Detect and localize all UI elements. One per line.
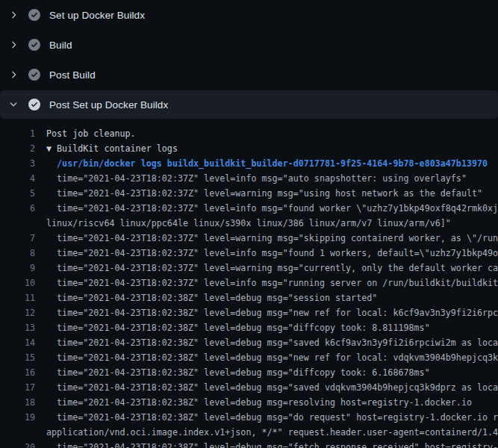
log-text: time="2021-04-23T18:02:37Z" level=warnin…	[46, 231, 498, 246]
log-text: time="2021-04-23T18:02:38Z" level=debug …	[46, 320, 430, 335]
log-text: time="2021-04-23T18:02:38Z" level=debug …	[46, 410, 498, 425]
log-line[interactable]: 18 time="2021-04-23T18:02:38Z" level=deb…	[0, 395, 498, 410]
step-row-post-build[interactable]: Post Build	[0, 60, 498, 90]
line-number[interactable]: 11	[0, 290, 35, 305]
check-circle-icon	[28, 69, 40, 81]
chevron-right-icon[interactable]	[7, 39, 19, 51]
log-line[interactable]: 13 time="2021-04-23T18:02:38Z" level=deb…	[0, 320, 498, 335]
step-label: Build	[49, 40, 72, 51]
log-text: time="2021-04-23T18:02:38Z" level=debug …	[46, 290, 377, 305]
line-number[interactable]: 9	[0, 261, 35, 276]
line-number[interactable]: 13	[0, 320, 35, 335]
log-line[interactable]: 15 time="2021-04-23T18:02:38Z" level=deb…	[0, 350, 498, 365]
log-line-continuation[interactable]: application/vnd.oci.image.index.v1+json,…	[0, 425, 498, 440]
check-circle-icon	[28, 99, 40, 111]
line-number[interactable]: 8	[0, 246, 35, 261]
line-number	[0, 216, 35, 231]
log-text: time="2021-04-23T18:02:37Z" level=warnin…	[46, 186, 482, 201]
log-line[interactable]: 3 /usr/bin/docker logs buildx_buildkit_b…	[0, 156, 498, 171]
chevron-right-icon[interactable]	[7, 9, 19, 21]
log-text: time="2021-04-23T18:02:37Z" level=info m…	[46, 276, 498, 290]
step-row-set-up-docker-buildx[interactable]: Set up Docker Buildx	[0, 0, 498, 30]
line-number[interactable]: 15	[0, 350, 35, 365]
log-line-continuation[interactable]: linux/riscv64 linux/ppc64le linux/s390x …	[0, 216, 498, 231]
line-number[interactable]: 18	[0, 395, 35, 410]
step-label: Post Set up Docker Buildx	[49, 99, 168, 111]
line-number[interactable]: 12	[0, 305, 35, 320]
log-line[interactable]: 14 time="2021-04-23T18:02:38Z" level=deb…	[0, 335, 498, 350]
log-text: application/vnd.oci.image.index.v1+json,…	[46, 425, 498, 440]
chevron-down-icon[interactable]	[7, 99, 19, 111]
line-number	[0, 425, 35, 440]
log-line[interactable]: 10 time="2021-04-23T18:02:37Z" level=inf…	[0, 276, 498, 290]
chevron-right-icon[interactable]	[7, 69, 19, 81]
log-line[interactable]: 8 time="2021-04-23T18:02:37Z" level=info…	[0, 246, 498, 261]
log-text: Post job cleanup.	[46, 126, 136, 141]
log-text: time="2021-04-23T18:02:38Z" level=debug …	[46, 350, 498, 365]
step-label: Set up Docker Buildx	[49, 10, 145, 21]
workflow-steps-list: Set up Docker Buildx Build Post Build Po…	[0, 0, 498, 119]
log-line[interactable]: 19 time="2021-04-23T18:02:38Z" level=deb…	[0, 410, 498, 425]
log-line[interactable]: 16 time="2021-04-23T18:02:38Z" level=deb…	[0, 365, 498, 380]
log-line[interactable]: 1Post job cleanup.	[0, 126, 498, 141]
line-number[interactable]: 4	[0, 171, 35, 186]
log-text: time="2021-04-23T18:02:38Z" level=debug …	[46, 365, 430, 380]
line-number[interactable]: 14	[0, 335, 35, 350]
line-number[interactable]: 2	[0, 141, 35, 156]
line-number[interactable]: 6	[0, 201, 35, 216]
log-line-group-toggle[interactable]: 2▼ BuildKit container logs	[0, 141, 498, 156]
log-line[interactable]: 5 time="2021-04-23T18:02:37Z" level=warn…	[0, 186, 498, 201]
log-text: time="2021-04-23T18:02:38Z" level=debug …	[46, 305, 498, 320]
log-line[interactable]: 20 time="2021-04-23T18:02:38Z" level=deb…	[0, 440, 498, 448]
log-line[interactable]: 9 time="2021-04-23T18:02:37Z" level=warn…	[0, 261, 498, 276]
log-command-text: /usr/bin/docker logs buildx_buildkit_bui…	[46, 156, 488, 171]
line-number[interactable]: 7	[0, 231, 35, 246]
line-number[interactable]: 17	[0, 380, 35, 395]
line-number[interactable]: 10	[0, 276, 35, 290]
log-text: time="2021-04-23T18:02:38Z" level=debug …	[46, 440, 498, 448]
log-text: time="2021-04-23T18:02:37Z" level=info m…	[46, 201, 498, 216]
log-text: time="2021-04-23T18:02:38Z" level=debug …	[46, 380, 498, 395]
check-circle-icon	[28, 39, 40, 51]
log-line[interactable]: 7 time="2021-04-23T18:02:37Z" level=warn…	[0, 231, 498, 246]
line-number[interactable]: 1	[0, 126, 35, 141]
log-line[interactable]: 11 time="2021-04-23T18:02:38Z" level=deb…	[0, 290, 498, 305]
step-row-post-set-up-docker-buildx[interactable]: Post Set up Docker Buildx	[0, 90, 498, 119]
step-row-build[interactable]: Build	[0, 30, 498, 60]
log-text: time="2021-04-23T18:02:37Z" level=info m…	[46, 246, 498, 261]
log-text: time="2021-04-23T18:02:37Z" level=warnin…	[46, 261, 498, 276]
check-circle-icon	[28, 9, 40, 21]
line-number[interactable]: 19	[0, 410, 35, 425]
log-text: linux/riscv64 linux/ppc64le linux/s390x …	[46, 216, 451, 231]
line-number[interactable]: 3	[0, 156, 35, 171]
log-line[interactable]: 17 time="2021-04-23T18:02:38Z" level=deb…	[0, 380, 498, 395]
line-number[interactable]: 16	[0, 365, 35, 380]
log-text: time="2021-04-23T18:02:37Z" level=info m…	[46, 171, 467, 186]
log-text: time="2021-04-23T18:02:38Z" level=debug …	[46, 335, 498, 350]
log-text: ▼ BuildKit container logs	[46, 141, 178, 156]
line-number[interactable]: 5	[0, 186, 35, 201]
line-number[interactable]: 20	[0, 440, 35, 448]
log-output: 1Post job cleanup. 2▼ BuildKit container…	[0, 126, 498, 448]
log-line[interactable]: 4 time="2021-04-23T18:02:37Z" level=info…	[0, 171, 498, 186]
log-line[interactable]: 6 time="2021-04-23T18:02:37Z" level=info…	[0, 201, 498, 216]
step-label: Post Build	[49, 69, 96, 81]
log-line[interactable]: 12 time="2021-04-23T18:02:38Z" level=deb…	[0, 305, 498, 320]
log-text: time="2021-04-23T18:02:38Z" level=debug …	[46, 395, 472, 410]
